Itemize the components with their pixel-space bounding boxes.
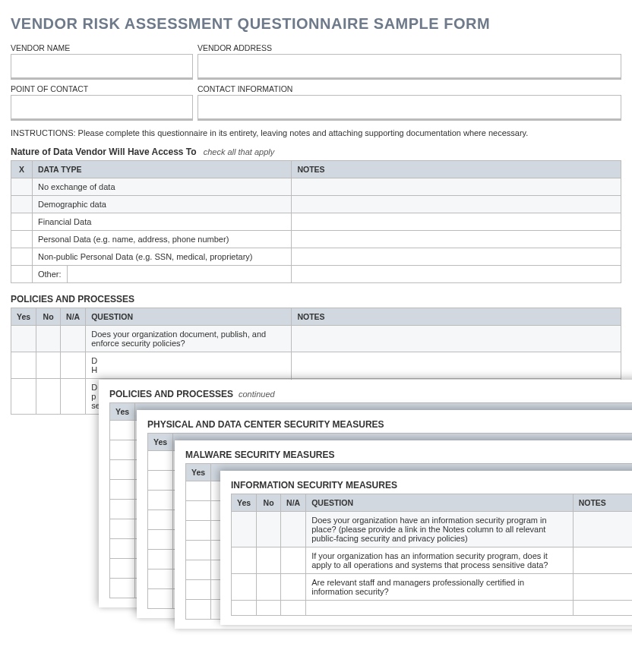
nature-table: X DATA TYPE NOTES No exchange of data De… [11,160,621,283]
checkbox-cell[interactable] [11,178,33,196]
yes-cell[interactable] [186,541,211,560]
nature-section-header: Nature of Data Vendor Will Have Access T… [11,147,621,157]
yes-cell[interactable] [148,550,173,569]
vendor-address-input[interactable] [198,54,621,80]
policies-header-na: N/A [61,308,86,326]
no-cell[interactable] [257,574,281,601]
notes-cell[interactable] [573,601,632,616]
question-cell: Does your organization have an informati… [306,512,573,547]
table-row: Does your organization document, publish… [11,326,621,352]
policies-header-question: QUESTION [86,308,292,326]
notes-cell[interactable] [292,248,621,266]
yes-cell[interactable] [186,580,211,600]
yes-cell[interactable] [110,480,135,500]
yes-cell[interactable] [148,510,173,530]
na-cell[interactable] [281,601,306,616]
na-cell[interactable] [281,574,306,601]
notes-cell[interactable] [573,512,632,547]
yes-cell[interactable] [186,481,211,501]
yes-cell[interactable] [186,600,211,620]
notes-cell[interactable] [573,547,632,574]
table-row: If your organization has an information … [232,547,633,574]
yes-cell[interactable] [232,574,257,601]
yes-cell[interactable] [148,491,173,510]
notes-cell[interactable] [292,178,621,196]
no-cell[interactable] [36,352,61,379]
yes-cell[interactable] [110,579,135,598]
na-cell[interactable] [281,512,306,547]
notes-cell[interactable] [292,352,621,379]
infosec-header-no: No [257,494,281,512]
yes-cell[interactable] [110,440,135,460]
checkbox-cell[interactable] [11,231,33,248]
policies-title: POLICIES AND PROCESSES [11,294,134,304]
nature-subtitle: check all that apply [204,147,275,156]
question-cell: D H [86,352,292,379]
checkbox-cell[interactable] [11,213,33,231]
yes-cell[interactable] [110,460,135,480]
checkbox-cell[interactable] [11,248,33,266]
yes-cell[interactable] [186,501,211,521]
yes-cell[interactable] [110,559,135,579]
checkbox-cell[interactable] [11,266,33,283]
instructions-text: INSTRUCTIONS: Please complete this quest… [11,128,621,137]
yes-cell[interactable] [110,519,135,539]
infosec-header-notes: NOTES [573,494,632,512]
yes-cell[interactable] [148,451,173,471]
yes-cell[interactable] [11,379,36,415]
no-cell[interactable] [36,379,61,415]
vendor-address-label: VENDOR ADDRESS [198,43,621,52]
infosec-header-na: N/A [281,494,306,512]
no-cell[interactable] [257,601,281,616]
notes-cell[interactable] [292,213,621,231]
other-label: Other: [33,266,68,282]
no-cell[interactable] [257,547,281,574]
notes-cell[interactable] [292,196,621,213]
vendor-name-input[interactable] [11,54,193,80]
yes-cell[interactable] [11,352,36,379]
table-row: Non-public Personal Data (e.g. SSN, medi… [11,248,621,266]
yes-cell[interactable] [110,500,135,519]
na-cell[interactable] [61,326,86,352]
table-row: Are relevant staff and managers professi… [232,574,633,601]
field-vendor-address: VENDOR ADDRESS [198,43,621,80]
data-type-cell: Financial Data [33,213,292,231]
data-type-cell: Demographic data [33,196,292,213]
yes-cell[interactable] [148,569,173,589]
no-cell[interactable] [257,512,281,547]
other-input[interactable] [68,266,292,282]
contact-info-input[interactable] [198,95,621,121]
policies-header-row: Yes No N/A QUESTION NOTES [11,308,621,326]
yes-cell[interactable] [232,512,257,547]
na-cell[interactable] [61,379,86,415]
field-contact-info: CONTACT INFORMATION [198,84,621,121]
notes-cell[interactable] [292,231,621,248]
field-poc: POINT OF CONTACT [11,84,193,121]
policies-header-no: No [36,308,61,326]
yes-cell[interactable] [232,547,257,574]
yes-cell[interactable] [110,421,135,440]
yes-cell[interactable] [186,560,211,580]
yes-cell[interactable] [148,471,173,491]
yes-cell[interactable] [186,521,211,541]
yes-cell[interactable] [232,601,257,616]
notes-cell[interactable] [292,326,621,352]
notes-cell[interactable] [292,266,621,283]
checkbox-cell[interactable] [11,196,33,213]
infosec-title: INFORMATION SECURITY MEASURES [231,480,397,491]
header-yes: Yes [186,464,211,481]
yes-cell[interactable] [11,326,36,352]
yes-cell[interactable] [148,530,173,550]
no-cell[interactable] [36,326,61,352]
na-cell[interactable] [61,352,86,379]
na-cell[interactable] [281,547,306,574]
data-type-cell: Personal Data (e.g. name, address, phone… [33,231,292,248]
continued-label: continued [239,390,275,399]
table-row-other: Other: [11,266,621,283]
yes-cell[interactable] [148,589,173,609]
yes-cell[interactable] [110,539,135,559]
data-type-cell: Non-public Personal Data (e.g. SSN, medi… [33,248,292,266]
poc-input[interactable] [11,95,193,121]
notes-cell[interactable] [573,574,632,601]
question-cell: Does your organization document, publish… [86,326,292,352]
